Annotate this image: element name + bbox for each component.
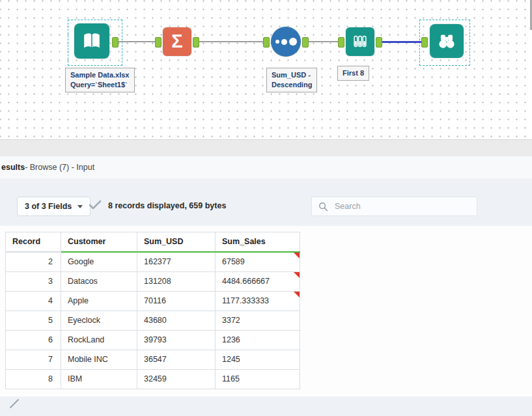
customer-cell[interactable]: Apple <box>61 292 137 311</box>
column-header-customer[interactable]: Customer <box>61 232 137 253</box>
column-header-sum-sales[interactable]: Sum_Sales <box>216 232 300 253</box>
sum-sales-cell[interactable]: 1245 <box>216 350 300 370</box>
records-count-label: 8 records displayed, 659 bytes <box>108 201 226 210</box>
table-row[interactable]: 5Eyeclock436803372 <box>6 311 300 331</box>
record-cell[interactable]: 6 <box>6 331 61 350</box>
record-cell[interactable]: 7 <box>6 350 61 370</box>
chevron-down-icon <box>77 205 83 208</box>
sum-usd-cell[interactable]: 32459 <box>137 370 216 389</box>
customer-cell[interactable]: Google <box>61 252 137 272</box>
table-row[interactable]: 7Mobile INC365471245 <box>6 350 300 370</box>
search-box[interactable] <box>311 197 477 216</box>
search-icon <box>318 202 328 212</box>
record-cell[interactable]: 2 <box>6 252 61 272</box>
customer-cell[interactable]: Eyeclock <box>61 311 137 331</box>
apply-check-button[interactable] <box>89 200 102 212</box>
connection-sample-to-browse-selected[interactable] <box>382 41 421 43</box>
annotation-line: Sample Data.xlsx <box>70 70 130 80</box>
alteryx-designer-window: Σ <box>0 0 532 416</box>
annotation-line: Sum_USD - <box>272 70 312 80</box>
sum-sales-cell[interactable]: 67589 <box>216 252 300 272</box>
table-row[interactable]: 3Datacos1312084484.666667 <box>6 272 300 292</box>
customer-cell[interactable]: Mobile INC <box>61 350 137 370</box>
binoculars-icon <box>436 30 458 52</box>
annotation-line: First 8 <box>343 68 364 78</box>
annotation-line: Query=`Sheet1$` <box>70 80 130 90</box>
fields-filter-dropdown[interactable]: 3 of 3 Fields <box>17 197 91 216</box>
input-tool-output-anchor[interactable] <box>112 37 119 48</box>
record-cell[interactable]: 5 <box>6 311 61 331</box>
sum-sales-cell[interactable]: 3372 <box>216 311 300 331</box>
workflow-canvas[interactable]: Σ <box>0 0 532 139</box>
check-icon <box>89 200 102 210</box>
results-table-body: 2Google162377675893Datacos1312084484.666… <box>6 252 300 389</box>
results-panel-header: esults - Browse (7) - Input <box>0 156 532 178</box>
sigma-icon: Σ <box>171 32 182 51</box>
connection-sort-to-sample[interactable] <box>309 41 338 42</box>
sum-usd-cell[interactable]: 162377 <box>137 252 216 272</box>
results-title-context: - Browse (7) - Input <box>25 163 94 172</box>
open-book-icon <box>80 29 104 53</box>
table-row[interactable]: 2Google16237767589 <box>6 252 300 272</box>
table-row[interactable]: 4Apple701161177.333333 <box>6 292 300 311</box>
sample-input-anchor[interactable] <box>338 37 344 48</box>
table-row[interactable]: 6RockLand397931236 <box>6 331 300 350</box>
browse-input-anchor[interactable] <box>421 37 428 48</box>
sample-output-anchor[interactable] <box>376 37 382 48</box>
sum-sales-cell[interactable]: 1165 <box>216 370 300 389</box>
annotation-sample[interactable]: First 8 <box>337 66 369 81</box>
test-tubes-icon <box>350 32 370 51</box>
record-cell[interactable]: 3 <box>6 272 61 292</box>
annotation-input-data[interactable]: Sample Data.xlsx Query=`Sheet1$` <box>65 68 135 92</box>
results-table: Record Customer Sum_USD Sum_Sales 2Googl… <box>5 232 300 389</box>
sum-usd-cell[interactable]: 70116 <box>137 292 216 311</box>
table-row[interactable]: 8IBM324591165 <box>6 370 300 389</box>
resize-grip-icon <box>9 398 20 409</box>
results-title: esults <box>1 163 25 172</box>
sort-output-anchor[interactable] <box>302 37 309 48</box>
summarize-tool[interactable]: Σ <box>163 27 191 56</box>
record-cell[interactable]: 8 <box>6 370 61 389</box>
table-header-row: Record Customer Sum_USD Sum_Sales <box>6 232 300 253</box>
column-header-record[interactable]: Record <box>6 232 61 253</box>
sum-sales-cell[interactable]: 1177.333333 <box>216 292 300 311</box>
annotation-line: Descending <box>272 80 312 90</box>
sum-usd-cell[interactable]: 131208 <box>137 272 216 292</box>
fields-filter-label: 3 of 3 Fields <box>25 202 72 211</box>
connection-summarize-to-sort[interactable] <box>199 41 263 42</box>
customer-cell[interactable]: Datacos <box>61 272 137 292</box>
sum-usd-cell[interactable]: 39793 <box>137 331 216 350</box>
sort-tool[interactable] <box>271 27 301 57</box>
summarize-output-anchor[interactable] <box>193 37 199 48</box>
panel-splitter[interactable] <box>0 139 532 156</box>
sample-tool[interactable] <box>346 27 374 56</box>
customer-cell[interactable]: RockLand <box>61 331 137 350</box>
sort-dots-icon <box>275 38 297 46</box>
customer-cell[interactable]: IBM <box>61 370 137 389</box>
sum-sales-cell[interactable]: 4484.666667 <box>216 272 300 292</box>
results-grid-area: Record Customer Sum_USD Sum_Sales 2Googl… <box>0 226 532 396</box>
results-panel: 3 of 3 Fields 8 records displayed, 659 b… <box>0 178 532 416</box>
record-cell[interactable]: 4 <box>6 292 61 311</box>
connection-input-to-summarize[interactable] <box>119 41 155 42</box>
sum-usd-cell[interactable]: 36547 <box>137 350 216 370</box>
sort-input-anchor[interactable] <box>263 37 270 48</box>
input-data-tool[interactable] <box>74 23 109 59</box>
sum-sales-cell[interactable]: 1236 <box>216 331 300 350</box>
summarize-input-anchor[interactable] <box>155 37 161 48</box>
annotation-sort[interactable]: Sum_USD - Descending <box>266 68 317 92</box>
browse-tool[interactable] <box>430 24 464 58</box>
sum-usd-cell[interactable]: 43680 <box>137 311 216 331</box>
search-input[interactable] <box>333 201 470 212</box>
column-header-sum-usd[interactable]: Sum_USD <box>137 232 216 253</box>
